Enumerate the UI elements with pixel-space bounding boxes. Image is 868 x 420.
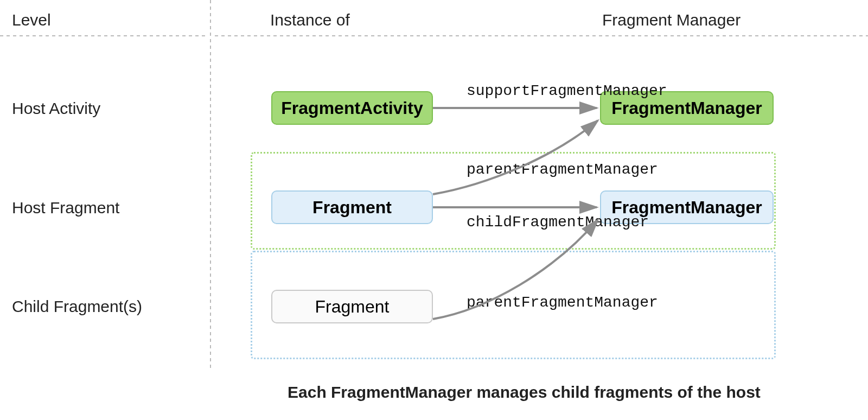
edge-label-child: childFragmentManager xyxy=(467,214,649,231)
row-label-host-activity: Host Activity xyxy=(12,99,100,118)
box-fragment-gray: Fragment xyxy=(271,290,433,323)
row-label-host-fragment: Host Fragment xyxy=(12,199,119,217)
header-level: Level xyxy=(12,11,51,29)
header-manager: Fragment Manager xyxy=(602,11,741,29)
box-fragment-activity: FragmentActivity xyxy=(271,91,433,125)
diagram-stage: Level Instance of Fragment Manager Host … xyxy=(0,0,868,420)
caption: Each FragmentManager manages child fragm… xyxy=(288,383,761,402)
row-label-child-fragments: Child Fragment(s) xyxy=(12,297,142,316)
edge-label-support: supportFragmentManager xyxy=(467,82,667,99)
box-fragment-blue: Fragment xyxy=(271,190,433,224)
edge-label-parent-1: parentFragmentManager xyxy=(467,161,658,178)
header-instance: Instance of xyxy=(270,11,350,29)
edge-label-parent-2: parentFragmentManager xyxy=(467,294,658,311)
